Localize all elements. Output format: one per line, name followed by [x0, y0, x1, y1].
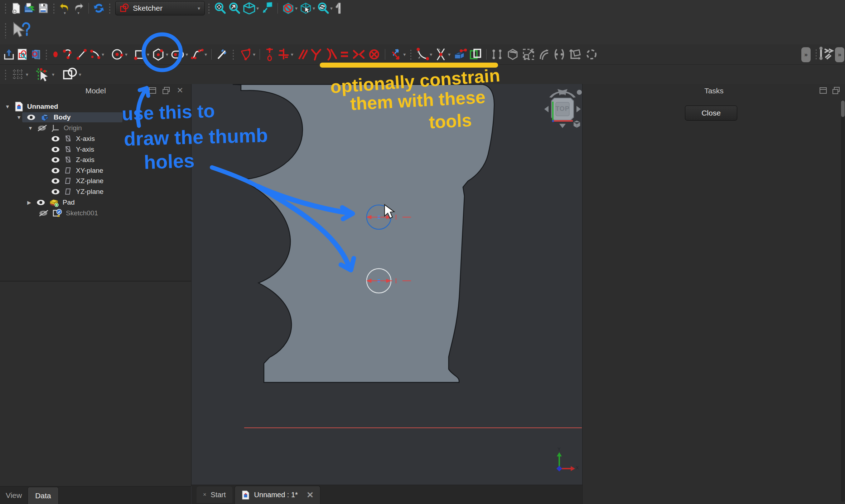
constrain-block-button[interactable]: [367, 47, 382, 62]
constrain-symmetric-button[interactable]: [351, 47, 367, 62]
leave-sketch-button[interactable]: [2, 47, 16, 62]
view-section-button[interactable]: [29, 47, 42, 62]
constrain-perpendicular-button[interactable]: [309, 47, 324, 62]
distance-vertical-button[interactable]: [263, 47, 276, 62]
new-document-button[interactable]: [10, 1, 23, 15]
panel-restore-icon[interactable]: [148, 86, 157, 96]
expand-caret-icon[interactable]: ▼: [16, 114, 21, 120]
toolbar-handle[interactable]: [4, 23, 7, 38]
create-polyline-button[interactable]: [61, 47, 75, 62]
tab-view[interactable]: View: [0, 488, 28, 503]
create-arc-button[interactable]: ▾: [88, 47, 105, 62]
tab-data[interactable]: Data: [28, 487, 58, 504]
toolbar-handle[interactable]: [232, 49, 235, 60]
constrain-horizontal-vertical-button[interactable]: ▾: [276, 47, 294, 62]
constrain-equal-button[interactable]: [338, 47, 351, 62]
panel-float-icon[interactable]: [832, 86, 840, 96]
tool-copy-button[interactable]: [490, 47, 505, 62]
zoom-selection-button[interactable]: [227, 1, 242, 15]
carbon-copy-button[interactable]: [468, 47, 483, 62]
generic-dimension-button[interactable]: ▾: [388, 47, 407, 62]
tool-offset-button[interactable]: [536, 47, 551, 62]
eye-icon: [26, 114, 36, 121]
create-slot-button[interactable]: ▾: [169, 47, 189, 62]
sketch-icon: [52, 209, 62, 218]
create-line-button[interactable]: [75, 47, 88, 62]
expand-caret-icon[interactable]: ▼: [28, 125, 33, 131]
trim-button[interactable]: ▾: [433, 47, 452, 62]
workbench-selector[interactable]: Sketcher ▾: [115, 1, 205, 15]
draw-style-button[interactable]: ▾: [281, 1, 299, 15]
tree-row-xz-plane[interactable]: XZ-plane: [0, 176, 191, 186]
expand-caret-icon[interactable]: ▼: [5, 104, 10, 109]
whatsthis-help-button[interactable]: [10, 19, 33, 41]
toolbar-handle[interactable]: [45, 49, 48, 60]
toggle-construction-button[interactable]: [215, 47, 229, 62]
redo-button[interactable]: ▾: [72, 1, 85, 15]
create-circle-button[interactable]: ▾: [109, 47, 129, 62]
sync-view-button[interactable]: [260, 1, 274, 15]
toolbar-handle[interactable]: [208, 3, 210, 14]
navcube-down-arrow: [559, 124, 566, 128]
navigation-cube[interactable]: TOP: [541, 88, 584, 130]
constrain-parallel-button[interactable]: [294, 47, 309, 62]
tool-symmetry-button[interactable]: [551, 47, 567, 62]
tab-start[interactable]: × Start: [197, 486, 232, 503]
tab-document-active[interactable]: Unnamed : 1* ✕: [235, 486, 320, 504]
box-selection-icon: [300, 2, 312, 14]
save-button[interactable]: [37, 1, 50, 15]
toolbar-overflow-right-button[interactable]: »: [835, 47, 844, 62]
create-rectangle-button[interactable]: ▾: [132, 47, 150, 62]
close-tab-icon[interactable]: ×: [203, 491, 206, 498]
zoom-fit-button[interactable]: [213, 1, 227, 15]
measure-button[interactable]: [334, 1, 346, 15]
open-document-button[interactable]: [23, 1, 37, 15]
render-order-button[interactable]: ▾: [61, 67, 82, 82]
tool-scale-button[interactable]: [521, 47, 536, 62]
toolbar-handle[interactable]: [410, 49, 412, 60]
panel-float-icon[interactable]: [162, 86, 170, 96]
create-polygon-button[interactable]: ▾: [150, 47, 169, 62]
tasks-scrollbar-thumb[interactable]: [841, 101, 845, 117]
panel-restore-icon[interactable]: [819, 86, 827, 96]
dimension-button[interactable]: ▾: [237, 47, 256, 62]
expand-caret-icon[interactable]: ▶: [27, 200, 31, 205]
toolbar-handle[interactable]: [108, 3, 111, 14]
tool-copy-icon: [491, 48, 504, 61]
toolbar-overflow-left-button[interactable]: »: [801, 47, 811, 62]
box-selection-button[interactable]: ▾: [299, 1, 316, 15]
toggle-snap-button[interactable]: ▾: [34, 67, 55, 82]
tree-row-sketch001[interactable]: Sketch001: [0, 208, 191, 219]
navcube-top-label[interactable]: TOP: [541, 105, 584, 113]
toggle-grid-button[interactable]: ▾: [10, 67, 29, 82]
undo-button[interactable]: ▾: [58, 1, 72, 15]
draw-style-icon: [282, 2, 294, 14]
constrain-tangent-button[interactable]: [324, 47, 338, 62]
create-bspline-button[interactable]: ▾: [189, 47, 208, 62]
isometric-view-button[interactable]: ▾: [242, 1, 260, 15]
origin-icon: [51, 123, 60, 133]
external-geometry-button[interactable]: [452, 47, 468, 62]
view-sketch-button[interactable]: [16, 47, 29, 62]
tasks-scrollbar[interactable]: [841, 100, 845, 502]
close-button[interactable]: Close: [685, 106, 737, 121]
create-point-button[interactable]: [50, 47, 61, 62]
tool-orient-button[interactable]: [584, 47, 599, 62]
new-document-icon: [11, 3, 21, 14]
tree-row-pad[interactable]: ▶ Pad: [0, 197, 191, 208]
tool-move-button[interactable]: [567, 47, 584, 62]
navcube-z-axis: [552, 120, 554, 122]
toolbar-handle[interactable]: [4, 69, 7, 80]
tool-rotate-button[interactable]: [505, 47, 521, 62]
toolbar-handle[interactable]: [53, 3, 55, 14]
fillet-button[interactable]: ▾: [415, 47, 433, 62]
tree-row-yz-plane[interactable]: YZ-plane: [0, 186, 191, 197]
toolbar-handle[interactable]: [4, 3, 7, 14]
close-tab-icon[interactable]: ✕: [306, 490, 314, 500]
rotate-view-button[interactable]: ▾: [316, 1, 334, 15]
refresh-button[interactable]: [92, 1, 106, 15]
view-sketch-icon: [17, 48, 28, 60]
angle-tool-button[interactable]: [816, 47, 835, 61]
toggle-construction-icon: [216, 48, 228, 61]
panel-close-icon[interactable]: ✕: [177, 86, 183, 95]
